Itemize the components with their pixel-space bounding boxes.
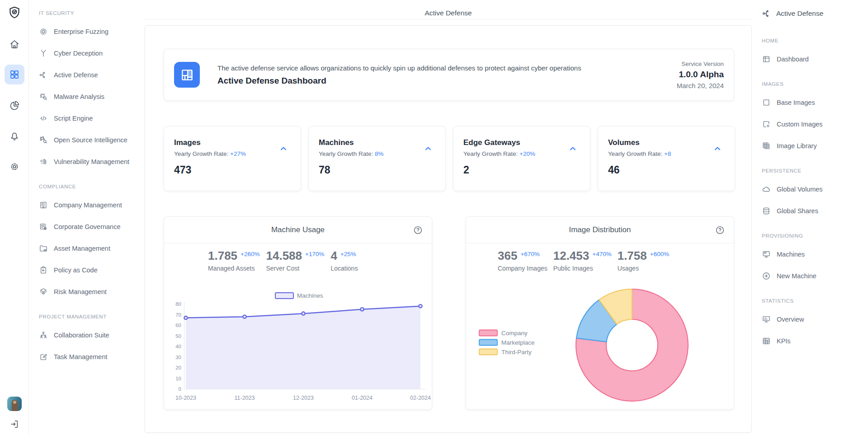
nav-item-enterprise-fuzzing[interactable]: Enterprise Fuzzing [39, 21, 145, 42]
chart-stat-delta: +25% [340, 251, 356, 257]
stat-card-title: Images [174, 138, 291, 147]
nav-item-label: Enterprise Fuzzing [54, 28, 108, 35]
chart-stat-delta: +260% [241, 251, 259, 257]
nav-item-policy-as-code[interactable]: Policy as Code [39, 259, 145, 281]
chart-stat-server-cost: 14.588+170%Server Cost [266, 250, 325, 272]
stat-card-title: Edge Gateways [463, 138, 580, 147]
nav-item-new-machine[interactable]: New Machine [762, 265, 868, 287]
square-plus-icon [762, 120, 771, 129]
nav-item-label: Malware Analysis [54, 93, 104, 100]
nav-item-task-management[interactable]: Task Management [39, 346, 145, 368]
nav-item-custom-images[interactable]: Custom Images [762, 113, 868, 135]
chevron-up-icon [567, 145, 578, 152]
legend-label-third-party: Third-Party [501, 349, 532, 355]
nav-item-kpis[interactable]: KPIs [762, 330, 868, 352]
help-icon [715, 225, 725, 235]
help-icon [413, 225, 423, 235]
svg-text:50: 50 [175, 333, 181, 339]
service-version-label: Service Version [677, 61, 724, 67]
nav-item-label: Overview [777, 316, 804, 323]
service-header-text: The active defense service allows organi… [217, 64, 581, 86]
user-avatar[interactable] [7, 397, 22, 411]
presentation-chart-icon [762, 315, 771, 324]
nav-item-label: Base Images [777, 99, 815, 106]
logout-button[interactable] [5, 414, 24, 434]
nav-item-label: Asset Management [54, 245, 110, 252]
chevron-up-icon[interactable] [278, 145, 289, 152]
service-description: The active defense service allows organi… [217, 64, 581, 72]
nav-item-vulnerability-management[interactable]: Vulnerability Management [39, 151, 145, 173]
nav-item-risk-management[interactable]: Risk Management [39, 281, 145, 303]
nav-item-label: Cyber Deception [54, 50, 103, 57]
nav-item-label: Machines [777, 251, 805, 258]
chevron-up-icon[interactable] [423, 145, 434, 152]
help-icon[interactable] [715, 225, 725, 235]
fuzzing-target-icon [39, 27, 48, 36]
chevron-up-icon [278, 145, 289, 152]
image-distribution-header: Image Distribution [466, 217, 734, 243]
stat-card-value: 78 [319, 164, 435, 176]
clipboard-arrow-icon [39, 266, 48, 275]
stat-card-growth-value: +27% [230, 150, 246, 157]
flow-icon [39, 70, 48, 80]
nav-item-cyber-deception[interactable]: Cyber Deception [39, 42, 145, 64]
nav-item-label: New Machine [777, 272, 816, 280]
stat-card-row: ImagesYearly Growth Rate: +27%473Machine… [164, 126, 735, 191]
stat-card-value: 2 [463, 164, 580, 176]
svg-text:30: 30 [175, 355, 181, 360]
nav-item-asset-management[interactable]: Asset Management [39, 238, 145, 259]
chevron-up-icon[interactable] [567, 145, 578, 152]
nav-item-image-library[interactable]: Image Library [762, 135, 868, 157]
app-logo[interactable] [5, 3, 24, 23]
nav-item-global-volumes[interactable]: Global Volumes [762, 178, 868, 200]
folder-icon [39, 244, 48, 253]
dashboard-title: Active Defense Dashboard [217, 76, 581, 86]
svg-text:0: 0 [179, 386, 181, 392]
stat-card-growth: Yearly Growth Rate: +20% [463, 150, 580, 157]
chevron-up-icon[interactable] [712, 145, 723, 152]
svg-text:40: 40 [175, 344, 181, 349]
nav-item-company-management[interactable]: Company Management [39, 194, 145, 216]
stat-card-growth: Yearly Growth Rate: +27% [174, 150, 291, 157]
nav-item-machines[interactable]: Machines [762, 243, 868, 265]
grid-stack-icon [762, 141, 771, 150]
rail-button-bell[interactable] [5, 126, 24, 146]
service-version-value: 1.0.0 Alpha [677, 70, 724, 80]
chart-stat-value: 14.588 [266, 250, 302, 262]
machine-usage-header: Machine Usage [164, 217, 432, 243]
stat-card-value: 473 [174, 164, 291, 176]
nav-item-label: Risk Management [54, 288, 107, 295]
nav-item-open-source-intelligence[interactable]: Open Source Intelligence [39, 129, 145, 151]
machine-usage-card: Machine Usage 1.785+260%Managed Assets14… [164, 216, 432, 410]
image-distribution-title: Image Distribution [569, 225, 631, 234]
nav-item-label: Image Library [777, 142, 817, 150]
stat-card-value: 46 [608, 164, 725, 176]
nav-item-dashboard[interactable]: Dashboard [762, 48, 868, 70]
plus-circle-icon [762, 271, 771, 281]
stat-card-growth-value: 8% [375, 150, 384, 157]
rail-button-gear[interactable] [5, 157, 24, 177]
nav-item-overview[interactable]: Overview [762, 309, 868, 330]
stat-card-images: ImagesYearly Growth Rate: +27%473 [164, 126, 301, 191]
nav-item-active-defense[interactable]: Active Defense [39, 64, 145, 86]
nav-item-script-engine[interactable]: Script Engine [39, 108, 145, 129]
rail-button-apps-grid[interactable] [5, 65, 24, 84]
help-icon[interactable] [413, 225, 423, 235]
left-sidebar: IT SECURITYEnterprise FuzzingCyber Decep… [29, 0, 145, 435]
chart-stat-row: 1.785+260% [208, 250, 260, 262]
nav-item-malware-analysis[interactable]: Malware Analysis [39, 86, 145, 108]
cloud-icon [762, 185, 771, 194]
section-title-provisioning: PROVISIONING [762, 233, 868, 239]
nav-item-collaboration-suite[interactable]: Collaboration Suite [39, 324, 145, 346]
svg-text:12-2023: 12-2023 [293, 395, 314, 401]
square-icon [762, 98, 771, 107]
nav-item-label: Global Shares [777, 207, 818, 215]
rail-button-pie-chart[interactable] [5, 96, 24, 116]
nav-item-global-shares[interactable]: Global Shares [762, 200, 868, 222]
chart-stat-label: Server Cost [266, 265, 325, 272]
rail-button-home[interactable] [5, 34, 24, 54]
nav-item-corporate-governance[interactable]: Corporate Governance [39, 216, 145, 238]
right-sidebar-header[interactable]: Active Defense [762, 7, 868, 20]
section-title-project-management: PROJECT MANAGEMENT [39, 313, 145, 320]
nav-item-base-images[interactable]: Base Images [762, 92, 868, 113]
